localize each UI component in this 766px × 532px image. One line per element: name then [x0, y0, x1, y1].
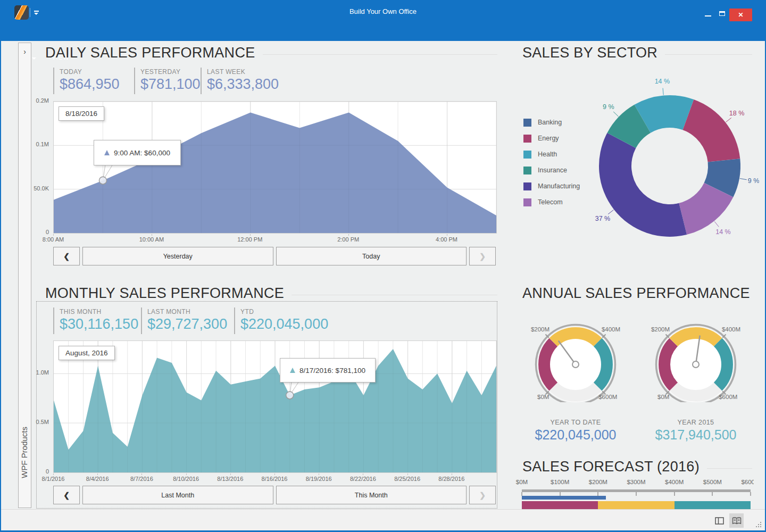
window-title: Build Your Own Office: [0, 7, 766, 15]
menu-bar: VIEW: [0, 25, 766, 41]
panel-view-button[interactable]: [712, 513, 727, 528]
ytd-gauge[interactable]: $0M$200M$400M$600M: [517, 313, 634, 402]
kpi-this-month: THIS MONTH $30,116,150: [53, 307, 141, 334]
next-day-button[interactable]: ❯: [469, 247, 496, 265]
slice-percent-label: 9 %: [603, 103, 614, 111]
monthly-area-chart[interactable]: August, 2016 8/17/2016: $781,100: [53, 340, 497, 473]
result-value: $220,045,000: [517, 427, 634, 443]
forecast-axis-label: $600M: [741, 479, 754, 485]
kpi-value: $30,116,150: [60, 316, 141, 332]
x-axis-label: 8/1/2016: [42, 476, 65, 482]
year-2015-gauge[interactable]: $0M$200M$400M$600M: [637, 313, 754, 402]
axis-tick: [597, 492, 598, 496]
axis-tick: [636, 492, 637, 496]
yesterday-button[interactable]: Yesterday: [82, 247, 273, 265]
legend-label: Banking: [538, 119, 562, 126]
prev-day-button[interactable]: ❮: [53, 247, 80, 265]
axis-tick: [447, 234, 447, 236]
forecast-range-bar: [598, 501, 674, 509]
legend-label: Manufacturing: [538, 182, 580, 190]
kpi-label: YTD: [240, 308, 328, 315]
crosshair-date-tooltip: 8/18/2016: [59, 106, 104, 121]
minimize-button[interactable]: [701, 9, 715, 20]
x-axis-label: 8/7/2016: [130, 476, 153, 482]
monthly-nav-row: ❮ Last Month This Month ❯: [53, 486, 496, 504]
reading-view-button[interactable]: [729, 513, 744, 528]
x-axis-label: 8/28/2016: [438, 476, 464, 482]
next-month-button[interactable]: ❯: [469, 486, 496, 504]
page-title: ANNUAL SALES PERFORMANCE: [522, 285, 750, 302]
kpi-label: YESTERDAY: [140, 68, 201, 76]
daily-kpi-row: TODAY $864,950 YESTERDAY $781,100 LAST W…: [53, 68, 279, 94]
axis-tick: [97, 473, 98, 475]
panel-view-icon: [715, 517, 724, 525]
forecast-axis-label: $300M: [627, 479, 645, 485]
axis-tick: [186, 473, 187, 475]
x-axis-label: 8/4/2016: [86, 476, 109, 482]
slice-percent-label: 14 %: [655, 78, 670, 85]
kpi-value: $864,950: [60, 76, 134, 93]
sector-donut-chart[interactable]: 14 %18 %9 %14 %37 %9 %: [581, 74, 759, 259]
kpi-label: THIS MONTH: [60, 308, 141, 315]
kpi-yesterday: YESTERDAY $781,100: [134, 68, 201, 94]
gauge-tick-label: $400M: [602, 326, 620, 332]
legend-label: Energy: [538, 135, 559, 142]
gauge-tick-label: $400M: [722, 326, 740, 332]
x-axis-label: 8/19/2016: [306, 476, 332, 482]
maximize-button[interactable]: [715, 9, 729, 20]
tooltip-text: 9:00 AM: $60,000: [114, 149, 170, 157]
slice-percent-label: 37 %: [595, 215, 611, 222]
monthly-x-axis: 8/1/20168/4/20168/7/20168/10/20168/13/20…: [53, 473, 496, 483]
slice-percent-label: 18 %: [729, 110, 745, 117]
tooltip-text: 8/17/2016: $781,100: [299, 367, 365, 375]
axis-tick: [274, 473, 275, 475]
x-axis-label: 10:00 AM: [139, 236, 164, 243]
gauge-tick-label: $200M: [531, 326, 549, 332]
x-axis-label: 2:00 PM: [337, 236, 359, 243]
forecast-range-bar: [522, 501, 598, 509]
result-value: $317,940,500: [637, 427, 754, 443]
axis-tick: [230, 473, 231, 475]
page-title: SALES BY SECTOR: [522, 45, 657, 61]
kpi-label: LAST WEEK: [207, 68, 279, 76]
y-axis-label: 1.0M: [36, 369, 49, 376]
kpi-value: $6,333,800: [207, 76, 279, 93]
donut-slice-energy[interactable]: [683, 99, 740, 162]
prev-month-button[interactable]: ❮: [53, 486, 80, 504]
today-button[interactable]: Today: [276, 247, 467, 265]
gauge-tick-label: $0M: [537, 394, 549, 400]
sector-section-title: SALES BY SECTOR: [522, 45, 752, 61]
kpi-last-month: LAST MONTH $29,727,300: [141, 307, 234, 334]
axis-tick: [407, 473, 408, 475]
page-title: MONTHLY SALES PERFORMANCE: [45, 285, 284, 302]
forecast-bullet-chart[interactable]: $0M$100M$200M$300M$400M$500M$600M: [511, 478, 754, 509]
sidebar-expand-button[interactable]: ›: [19, 47, 31, 56]
close-button[interactable]: ✕: [729, 9, 752, 21]
daily-area-chart[interactable]: 8/18/2016 9:00 AM: $60,000: [53, 101, 497, 234]
maximize-icon: [719, 11, 725, 16]
last-month-button[interactable]: Last Month: [82, 486, 273, 504]
monthly-kpi-row: THIS MONTH $30,116,150 LAST MONTH $29,72…: [53, 307, 328, 334]
data-point-tooltip: 9:00 AM: $60,000: [94, 140, 181, 165]
page-title: DAILY SALES PERFORMANCE: [45, 45, 255, 61]
kpi-today: TODAY $864,950: [53, 68, 134, 94]
legend-label: Insurance: [538, 167, 567, 174]
axis-tick: [348, 234, 349, 236]
legend-item-energy: Energy: [523, 130, 580, 146]
gauge-tick-label: $600M: [598, 394, 617, 400]
resize-grip[interactable]: [755, 521, 762, 528]
forecast-measure-bar: [522, 496, 606, 500]
title-bar[interactable]: Build Your Own Office ✕: [0, 0, 766, 25]
this-month-button[interactable]: This Month: [276, 486, 467, 504]
donut-slice-manufacturing[interactable]: [599, 133, 687, 237]
axis-tick: [560, 492, 561, 496]
axis-tick: [674, 492, 675, 496]
monthly-y-axis: 00.5M1.0M: [27, 340, 51, 472]
status-bar: [1, 509, 765, 530]
x-axis-label: 8/16/2016: [262, 476, 288, 482]
axis-tick: [53, 473, 54, 475]
crosshair-date-tooltip: August, 2016: [59, 346, 115, 360]
y-axis-label: 0.5M: [36, 419, 49, 425]
chevron-down-icon: [32, 57, 36, 60]
daily-x-axis: 8:00 AM10:00 AM12:00 PM2:00 PM4:00 PM: [53, 234, 496, 244]
